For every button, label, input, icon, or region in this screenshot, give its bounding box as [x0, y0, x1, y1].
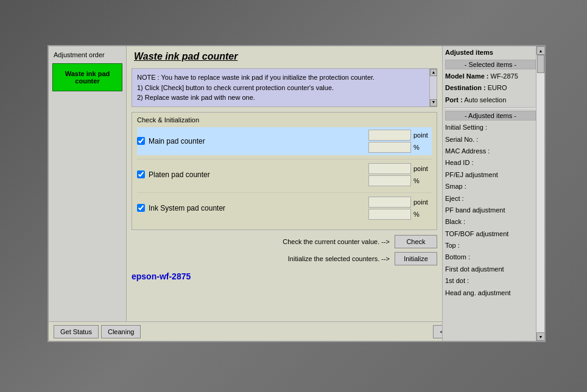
bottom-item: Bottom : — [443, 251, 544, 263]
platen-pad-checkbox[interactable] — [137, 170, 145, 178]
adjusted-items-header: - Adjusted items - — [445, 111, 536, 121]
tof-bof-item: TOF/BOF adjustment — [443, 228, 544, 240]
eject-item: Eject : — [443, 193, 544, 205]
page-main-title: Waste ink pad counter — [134, 51, 435, 62]
note-box: NOTE : You have to replace waste ink pad… — [132, 68, 437, 107]
note-line-2: 1) Click [Check] button to check current… — [137, 83, 432, 93]
main-pad-percent-row: % — [368, 142, 432, 153]
main-pad-point-row: point — [368, 130, 432, 141]
main-pad-point-unit: point — [413, 131, 432, 139]
model-name-item: Model Name : WF-2875 — [443, 71, 544, 82]
sidebar: Adjustment order Waste ink pad counter — [49, 46, 127, 341]
destination-item: Destination : EURO — [443, 82, 544, 94]
ink-system-pad-checkbox[interactable] — [137, 204, 145, 212]
platen-pad-inputs: point % — [368, 163, 432, 186]
ink-system-pad-percent-unit: % — [413, 211, 432, 218]
center-content: Waste ink pad counter NOTE : You have to… — [127, 46, 442, 341]
get-status-button[interactable]: Get Status — [54, 325, 99, 338]
platen-pad-point-unit: point — [413, 165, 432, 172]
right-divider — [445, 107, 536, 108]
check-button[interactable]: Check — [395, 235, 437, 248]
serial-no-item: Serial No. : — [443, 134, 544, 145]
counter-row-ink-system: Ink System pad counter point % — [137, 192, 432, 222]
right-scrollbar[interactable]: ▲ ▼ — [536, 46, 544, 341]
sidebar-title: Adjustment order — [49, 47, 126, 61]
main-pad-inputs: point % — [368, 130, 432, 153]
platen-pad-percent-row: % — [368, 175, 432, 186]
main-window: Adjustment order Waste ink pad counter W… — [47, 45, 546, 342]
head-ang-item: Head ang. adjustment — [443, 287, 544, 299]
right-scroll-down[interactable]: ▼ — [536, 332, 544, 341]
init-action-label: Initialize the selected counters. --> — [288, 255, 390, 262]
counter-row-platen: Platen pad counter point % — [137, 159, 432, 189]
right-scroll-track — [536, 55, 544, 332]
destination-value: EURO — [488, 84, 507, 91]
right-scroll-up[interactable]: ▲ — [536, 46, 544, 55]
ink-system-pad-percent-row: % — [368, 209, 432, 220]
main-pad-percent-input[interactable] — [368, 142, 411, 153]
selected-items-header: - Selected items - — [445, 60, 536, 69]
note-scroll-up[interactable]: ▲ — [430, 69, 437, 76]
right-scroll-thumb[interactable] — [537, 55, 544, 73]
main-pad-label: Main pad counter — [149, 137, 368, 145]
head-id-item: Head ID : — [443, 157, 544, 169]
check-action-label: Check the current counter value. --> — [283, 238, 390, 245]
content-header: Waste ink pad counter — [127, 46, 442, 68]
platen-pad-percent-unit: % — [413, 177, 432, 184]
ink-system-pad-point-unit: point — [413, 198, 432, 206]
first-dot-item: First dot adjustment — [443, 264, 544, 275]
platen-pad-label: Platen pad counter — [149, 170, 368, 179]
note-line-3: 2) Replace waste ink pad with new one. — [137, 93, 432, 103]
platen-pad-point-row: point — [368, 163, 432, 174]
adjusted-items-title: Adjusted items — [443, 46, 544, 57]
port-label: Port : — [445, 96, 463, 103]
init-action-row: Initialize the selected counters. --> In… — [132, 252, 437, 265]
check-action-row: Check the current counter value. --> Che… — [132, 235, 437, 248]
main-pad-point-input[interactable] — [368, 130, 411, 141]
watermark-text: epson-wf-2875 — [132, 271, 437, 281]
ink-system-pad-point-input[interactable] — [368, 197, 411, 208]
adjusted-panel: Adjusted items - Selected items - Model … — [442, 46, 544, 341]
ink-system-pad-percent-input[interactable] — [368, 209, 411, 220]
ink-system-pad-label: Ink System pad counter — [149, 204, 368, 212]
platen-pad-percent-input[interactable] — [368, 175, 411, 186]
port-item: Port : Auto selection — [443, 94, 544, 106]
pf-band-item: PF band adjustment — [443, 205, 544, 216]
check-init-group: Check & Initialization Main pad counter … — [132, 112, 437, 230]
destination-label: Destination : — [445, 84, 486, 91]
model-name-value: WF-2875 — [491, 72, 518, 80]
ink-system-pad-inputs: point % — [368, 197, 432, 220]
platen-pad-point-input[interactable] — [368, 163, 411, 174]
first-dot-value-item: 1st dot : — [443, 275, 544, 287]
initial-setting-item: Initial Setting : — [443, 122, 544, 133]
initialize-button[interactable]: Initialize — [395, 252, 437, 265]
note-scrollbar[interactable]: ▲ ▼ — [429, 69, 437, 107]
port-value: Auto selection — [464, 96, 506, 103]
main-pad-checkbox[interactable] — [137, 137, 145, 145]
cleaning-button[interactable]: Cleaning — [101, 325, 141, 338]
model-name-label: Model Name : — [445, 72, 489, 80]
counter-row-main: Main pad counter point % — [137, 127, 432, 155]
black-item: Black : — [443, 216, 544, 228]
smap-item: Smap : — [443, 181, 544, 192]
note-line-1: NOTE : You have to replace waste ink pad… — [137, 72, 432, 83]
sidebar-item-waste-ink[interactable]: Waste ink pad counter — [52, 63, 122, 91]
pf-ej-item: PF/EJ adjustment — [443, 169, 544, 181]
mac-address-item: MAC Address : — [443, 145, 544, 157]
main-pad-percent-unit: % — [413, 144, 432, 151]
ink-system-pad-point-row: point — [368, 197, 432, 208]
top-item: Top : — [443, 240, 544, 251]
group-legend: Check & Initialization — [137, 116, 432, 124]
note-scroll-down[interactable]: ▼ — [430, 99, 437, 107]
